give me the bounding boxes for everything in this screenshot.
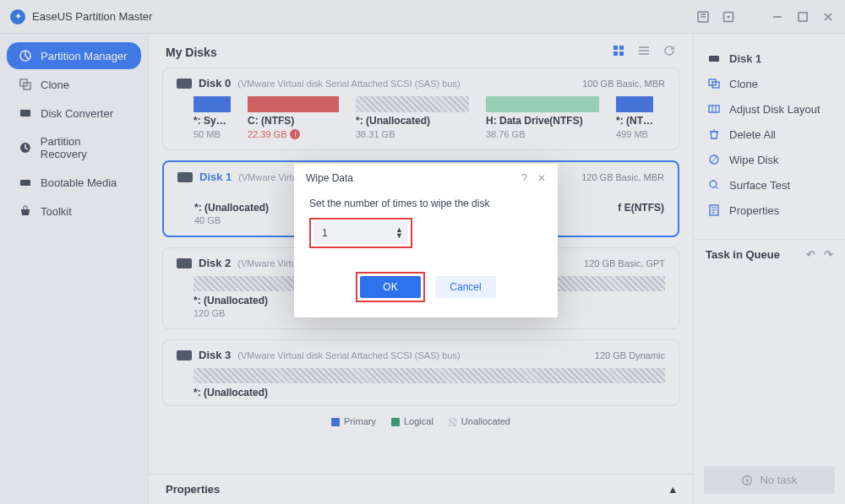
wipe-data-dialog: Wipe Data ? ✕ Set the number of times to… xyxy=(294,164,558,317)
ok-button[interactable]: OK xyxy=(360,276,421,298)
wipe-count-value: 1 xyxy=(322,227,328,239)
dialog-title: Wipe Data xyxy=(306,172,353,184)
close-icon[interactable]: ✕ xyxy=(537,172,546,184)
cancel-button[interactable]: Cancel xyxy=(435,276,496,298)
dialog-label: Set the number of times to wipe the disk xyxy=(309,198,542,209)
highlight-box-spinner: 1 ▲ ▼ xyxy=(309,218,412,248)
highlight-box-ok: OK xyxy=(356,272,425,302)
help-icon[interactable]: ? xyxy=(521,172,527,184)
wipe-count-input[interactable]: 1 ▲ ▼ xyxy=(313,222,408,244)
stepper-down-icon[interactable]: ▼ xyxy=(395,233,403,239)
